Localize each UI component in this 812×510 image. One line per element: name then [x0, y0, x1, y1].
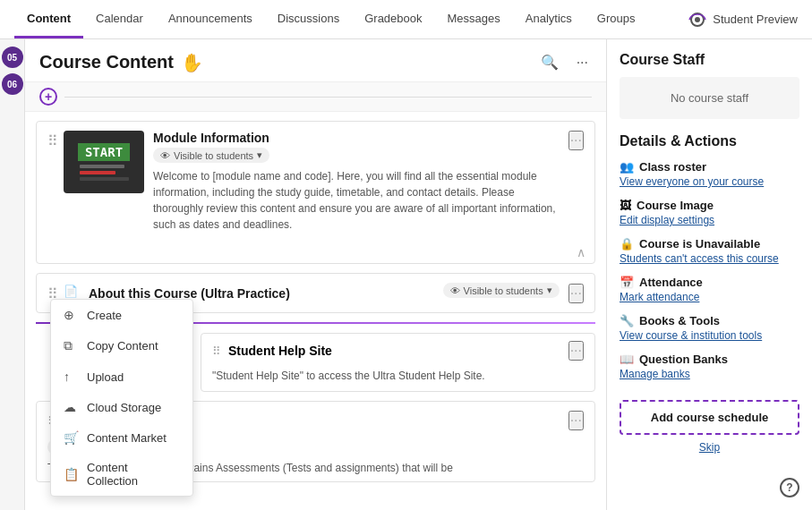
course-image-label: Course Image	[637, 199, 714, 212]
search-button[interactable]: 🔍	[537, 50, 562, 74]
module-collapse: ∧	[37, 242, 594, 263]
add-course-schedule-button[interactable]: Add course schedule	[620, 400, 799, 435]
details-actions-title: Details & Actions	[620, 133, 799, 149]
eye-icon-2: 👁	[450, 285, 460, 296]
content-area: Course Content ✋ 🔍 ··· + ⠿ START	[25, 39, 606, 510]
collection-label: Content Collection	[87, 461, 180, 488]
drag-handle-3[interactable]: ⠿	[212, 344, 221, 358]
action-attendance: 📅 Attendance Mark attendance	[620, 276, 799, 303]
tab-announcements[interactable]: Announcements	[156, 0, 265, 38]
add-content-divider	[64, 97, 592, 98]
market-icon: 🛒	[64, 430, 78, 445]
tab-groups[interactable]: Groups	[585, 0, 648, 38]
edit-display-settings-link[interactable]: Edit display settings	[620, 214, 799, 226]
module-thumbnail: START	[64, 131, 144, 193]
collapse-button[interactable]: ∧	[577, 245, 585, 259]
module-info-title: Module Information	[153, 131, 560, 145]
thumb-line-3	[80, 177, 129, 181]
visibility-toggle[interactable]: 👁 Visible to students ▾	[153, 148, 269, 163]
tab-messages[interactable]: Messages	[435, 0, 513, 38]
skip-link[interactable]: Skip	[699, 441, 720, 454]
tab-content[interactable]: Content	[14, 0, 83, 38]
step-05: 05	[2, 47, 23, 68]
chevron-down-icon-2: ▾	[547, 285, 552, 296]
menu-create[interactable]: ⊕ Create	[51, 300, 192, 330]
action-course-image: 🖼 Course Image Edit display settings	[620, 199, 799, 226]
module-info-more-button[interactable]: ···	[568, 131, 584, 150]
class-roster-icon: 👥	[620, 160, 634, 174]
question-banks-icon: 📖	[620, 353, 634, 366]
action-question-banks: 📖 Question Banks Manage banks	[620, 353, 799, 380]
add-schedule-label: Add course schedule	[630, 411, 789, 424]
menu-cloud-storage[interactable]: ☁ Cloud Storage	[51, 392, 192, 422]
about-course-more-button[interactable]: ···	[568, 284, 584, 303]
add-content-bar: +	[25, 82, 606, 112]
student-help-title: Student Help Site	[228, 344, 561, 358]
student-preview-button[interactable]: Student Preview	[688, 13, 798, 27]
lock-icon: 🔒	[620, 237, 634, 251]
dropdown-menu: ⊕ Create ⧉ Copy Content ↑ Upload ☁ Cloud…	[50, 299, 193, 497]
students-cant-access-link[interactable]: Students can't access this course	[620, 252, 799, 265]
thumb-line-2	[80, 171, 115, 174]
assessments-more-button[interactable]: ···	[568, 411, 584, 430]
skip-link-container: Skip	[620, 440, 799, 454]
add-content-circle[interactable]: +	[39, 88, 57, 106]
module-info-card: ⠿ START Module Information 👁	[36, 121, 595, 264]
about-visibility-toggle[interactable]: 👁 Visible to students ▾	[443, 283, 560, 298]
cloud-icon: ☁	[64, 400, 78, 414]
more-options-button[interactable]: ···	[573, 51, 592, 74]
step-06: 06	[2, 73, 23, 95]
action-class-roster: 👥 Class roster View everyone on your cou…	[620, 160, 799, 188]
chevron-down-icon: ▾	[257, 149, 262, 161]
main-layout: 05 06 Course Content ✋ 🔍 ··· + ⠿	[0, 39, 812, 510]
menu-copy-content[interactable]: ⧉ Copy Content	[51, 330, 192, 361]
eye-icon: 👁	[160, 150, 170, 161]
top-nav: Content Calendar Announcements Discussio…	[0, 0, 812, 39]
tab-gradebook[interactable]: Gradebook	[352, 0, 434, 38]
help-bubble[interactable]: ?	[780, 478, 799, 497]
class-roster-label: Class roster	[639, 160, 706, 174]
module-description: Welcome to [module name and code]. Here,…	[153, 168, 560, 233]
thumb-line-1	[80, 165, 124, 168]
header-actions: 🔍 ···	[537, 50, 592, 74]
course-image-icon: 🖼	[620, 199, 631, 212]
tab-calendar[interactable]: Calendar	[83, 0, 156, 38]
tools-icon: 🔧	[620, 314, 634, 327]
drag-handle[interactable]: ⠿	[47, 131, 58, 149]
course-unavailable-label: Course is Unavailable	[639, 237, 760, 251]
question-banks-label: Question Banks	[639, 353, 728, 366]
mark-attendance-link[interactable]: Mark attendance	[620, 291, 799, 303]
tab-analytics[interactable]: Analytics	[513, 0, 585, 38]
start-label: START	[78, 143, 130, 161]
books-tools-label: Books & Tools	[639, 314, 720, 327]
create-label: Create	[87, 309, 122, 322]
visibility-label: Visible to students	[174, 150, 253, 161]
view-course-tools-link[interactable]: View course & institution tools	[620, 329, 799, 342]
menu-content-collection[interactable]: 📋 Content Collection	[51, 453, 192, 496]
class-roster-link[interactable]: View everyone on your course	[620, 175, 799, 188]
module-info-content: Module Information 👁 Visible to students…	[144, 131, 568, 233]
action-books-tools: 🔧 Books & Tools View course & institutio…	[620, 314, 799, 342]
market-label: Content Market	[87, 431, 167, 445]
attendance-icon: 📅	[620, 276, 634, 289]
cloud-label: Cloud Storage	[87, 401, 161, 414]
hand-icon: ✋	[181, 52, 203, 73]
tab-discussions[interactable]: Discussions	[265, 0, 352, 38]
collection-icon: 📋	[64, 467, 78, 481]
student-help-body: "Student Help Site" to access the Ultra …	[201, 368, 594, 391]
student-help-more-button[interactable]: ···	[568, 341, 584, 361]
course-staff-title: Course Staff	[620, 52, 799, 68]
copy-icon: ⧉	[64, 338, 78, 353]
page-title: Course Content ✋	[39, 52, 203, 73]
create-icon: ⊕	[64, 308, 78, 322]
menu-content-market[interactable]: 🛒 Content Market	[51, 422, 192, 453]
content-header: Course Content ✋ 🔍 ···	[25, 39, 606, 82]
no-course-staff: No course staff	[620, 77, 799, 119]
copy-label: Copy Content	[87, 339, 158, 353]
action-course-unavailable: 🔒 Course is Unavailable Students can't a…	[620, 237, 799, 265]
left-sidebar: 05 06	[0, 39, 25, 510]
upload-label: Upload	[87, 370, 124, 384]
manage-banks-link[interactable]: Manage banks	[620, 368, 799, 380]
menu-upload[interactable]: ↑ Upload	[51, 361, 192, 392]
right-panel: Course Staff No course staff Details & A…	[606, 39, 812, 510]
